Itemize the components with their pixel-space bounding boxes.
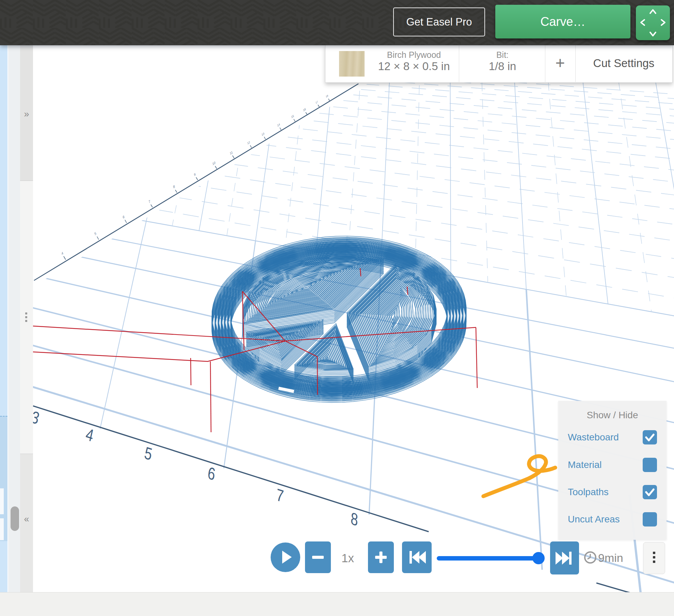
svg-text:8: 8 xyxy=(350,508,358,530)
